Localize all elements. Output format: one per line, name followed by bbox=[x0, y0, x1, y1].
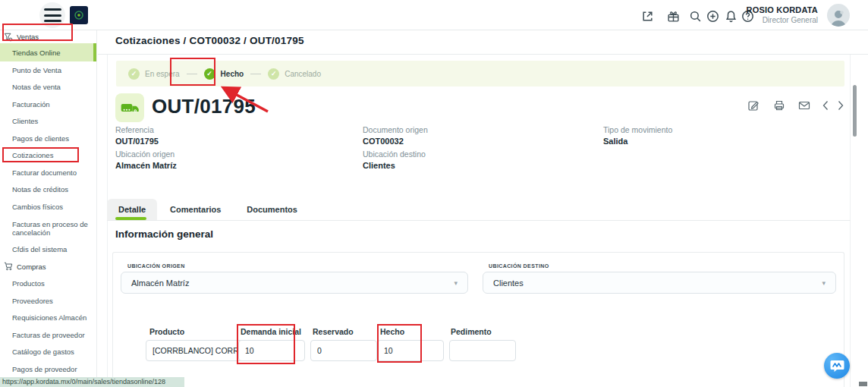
tab-documentos[interactable]: Documentos bbox=[234, 199, 310, 220]
step-en-espera[interactable]: ✓ En espera bbox=[128, 68, 180, 80]
chevron-right-icon[interactable] bbox=[837, 99, 844, 112]
top-bar: ROSIO KORDATA Director General bbox=[0, 0, 868, 30]
sidebar-item-cambios-fisicos[interactable]: Cambios físicos bbox=[0, 198, 96, 216]
field-referencia: Referencia OUT/01795 bbox=[115, 125, 159, 146]
user-name: ROSIO KORDATA bbox=[747, 5, 818, 14]
funnel-icon bbox=[4, 33, 13, 42]
menu-icon[interactable] bbox=[44, 8, 61, 22]
step-connector bbox=[187, 74, 197, 74]
tab-bar: Detalle Comentarios Documentos bbox=[107, 199, 310, 220]
mail-icon[interactable] bbox=[798, 99, 810, 112]
column-header-hecho: Hecho bbox=[380, 327, 404, 336]
page-title: OUT/01795 bbox=[152, 95, 256, 118]
reservado-input[interactable] bbox=[310, 340, 377, 361]
link-preview-statusbar: https://app.kordata.mx/0/main/sales/tien… bbox=[0, 377, 184, 387]
sidebar-item-facturar-documento[interactable]: Facturar documento bbox=[0, 164, 96, 181]
external-link-icon[interactable] bbox=[641, 10, 654, 23]
user-role: Director General bbox=[747, 16, 818, 24]
section-title: Información general bbox=[115, 228, 213, 240]
status-stepper: ✓ En espera ✓ Hecho ✓ Cancelado bbox=[116, 61, 844, 87]
tab-comentarios[interactable]: Comentarios bbox=[157, 199, 234, 220]
chevron-down-icon: ▾ bbox=[822, 279, 826, 287]
sidebar-item-pagos-de-clientes[interactable]: Pagos de clientes bbox=[0, 130, 96, 147]
sidebar-item-notas-de-creditos[interactable]: Notas de créditos bbox=[0, 181, 96, 199]
delivery-truck-icon bbox=[115, 93, 144, 122]
chevron-down-icon: ▾ bbox=[454, 279, 458, 287]
field-ubicacion-origen: Ubicación origen Almacén Matríz bbox=[115, 149, 177, 170]
ubicacion-destino-select[interactable]: Clientes ▾ bbox=[483, 272, 836, 294]
hecho-input[interactable] bbox=[377, 340, 444, 361]
column-header-reservado: Reservado bbox=[313, 327, 354, 336]
sidebar-section-label: Ventas bbox=[17, 33, 39, 41]
field-tipo-de-movimiento: Tipo de movimiento Salida bbox=[603, 125, 672, 146]
sidebar-item-requisiciones-almacen[interactable]: Requisiciones Almacén bbox=[0, 310, 96, 327]
chat-bubble-icon bbox=[830, 360, 844, 373]
field-ubicacion-destino: Ubicación destino Clientes bbox=[363, 149, 426, 170]
sidebar-item-cotizaciones[interactable]: Cotizaciones bbox=[0, 147, 96, 165]
kordata-logo[interactable] bbox=[70, 6, 88, 24]
pedimento-input[interactable] bbox=[449, 340, 516, 361]
check-icon: ✓ bbox=[268, 68, 279, 80]
chat-widget-button[interactable] bbox=[824, 353, 850, 379]
divider bbox=[107, 220, 851, 221]
vertical-scrollbar[interactable] bbox=[853, 85, 857, 137]
sidebar: Ventas Tiendas Online Punto de Venta Not… bbox=[0, 30, 97, 377]
sidebar-item-pagos-de-proveedor[interactable]: Pagos de proveedor bbox=[0, 360, 96, 378]
sidebar-item-facturas-proceso-cancelacion[interactable]: Facturas en proceso de cancelación bbox=[0, 216, 96, 241]
chevron-left-icon[interactable] bbox=[822, 99, 829, 112]
app-window: ROSIO KORDATA Director General Ventas Ti… bbox=[0, 0, 868, 387]
sidebar-section-label: Compras bbox=[17, 263, 46, 271]
sidebar-section-ventas[interactable]: Ventas bbox=[0, 30, 96, 43]
demanda-inicial-input[interactable] bbox=[238, 340, 305, 361]
sidebar-item-proveedores[interactable]: Proveedores bbox=[0, 292, 96, 310]
column-header-producto: Producto bbox=[149, 327, 184, 336]
sidebar-item-notas-de-venta[interactable]: Notas de venta bbox=[0, 79, 96, 96]
cart-icon bbox=[4, 262, 13, 271]
column-header-pedimento: Pedimento bbox=[451, 327, 492, 336]
step-cancelado[interactable]: ✓ Cancelado bbox=[268, 68, 321, 80]
column-header-demanda-inicial: Demanda inicial bbox=[241, 327, 301, 336]
step-hecho[interactable]: ✓ Hecho bbox=[204, 68, 244, 80]
sidebar-item-punto-de-venta[interactable]: Punto de Venta bbox=[0, 61, 96, 79]
edit-icon[interactable] bbox=[747, 99, 760, 112]
avatar[interactable] bbox=[827, 4, 850, 27]
select-label-ubicacion-origen: UBICACIÓN ORIGEN bbox=[127, 263, 185, 269]
print-icon[interactable] bbox=[773, 99, 785, 112]
check-icon: ✓ bbox=[204, 68, 215, 80]
sidebar-item-catalogo-de-gastos[interactable]: Catálogo de gastos bbox=[0, 344, 96, 361]
sidebar-item-facturacion[interactable]: Facturación bbox=[0, 96, 96, 113]
sidebar-item-tiendas-online[interactable]: Tiendas Online bbox=[0, 43, 96, 61]
ubicacion-origen-select[interactable]: Almacén Matríz ▾ bbox=[121, 272, 468, 294]
check-icon: ✓ bbox=[128, 68, 140, 80]
sidebar-item-productos[interactable]: Productos bbox=[0, 275, 96, 293]
tab-detalle[interactable]: Detalle bbox=[107, 199, 157, 220]
scrollbar-corner bbox=[859, 382, 867, 386]
field-documento-origen: Documento origen COT00032 bbox=[363, 125, 428, 146]
gift-icon[interactable] bbox=[667, 10, 680, 23]
step-connector bbox=[250, 74, 261, 74]
select-label-ubicacion-destino: UBICACIÓN DESTINO bbox=[489, 263, 549, 269]
sidebar-section-compras[interactable]: Compras bbox=[0, 258, 96, 275]
notifications-icon[interactable] bbox=[725, 10, 737, 23]
user-info[interactable]: ROSIO KORDATA Director General bbox=[747, 5, 818, 24]
search-icon[interactable] bbox=[689, 10, 702, 23]
add-icon[interactable] bbox=[706, 10, 719, 23]
sidebar-item-clientes[interactable]: Clientes bbox=[0, 113, 96, 131]
sidebar-item-facturas-de-proveedor[interactable]: Facturas de proveedor bbox=[0, 326, 96, 344]
breadcrumb[interactable]: Cotizaciones / COT00032 / OUT/01795 bbox=[115, 35, 304, 46]
sidebar-item-cfdis-del-sistema[interactable]: Cfdis del sistema bbox=[0, 241, 96, 259]
